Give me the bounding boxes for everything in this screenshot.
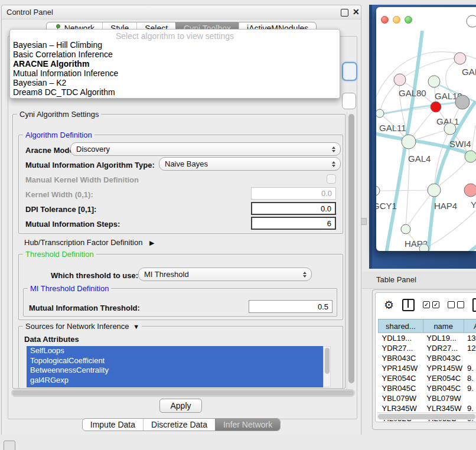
sources-title: Sources for Network Inference ▼ xyxy=(23,322,142,331)
table-row[interactable]: YBR043CYBR043C xyxy=(379,353,476,363)
which-threshold-value: MI Threshold xyxy=(144,270,189,279)
tab-label: Impute Data xyxy=(90,420,135,429)
node-label: GAL4 xyxy=(408,154,431,164)
table-row[interactable]: YER054CYER054C8. xyxy=(379,373,476,383)
table-row[interactable]: YDL19...YDL19...13 xyxy=(379,333,476,344)
node-hap4[interactable] xyxy=(428,184,441,197)
table-row[interactable]: YBR045CYBR045C9. xyxy=(379,383,476,393)
column-header[interactable]: A xyxy=(464,319,476,333)
tab-infer-network[interactable]: Infer Network xyxy=(215,419,280,431)
spinner-arrows-icon xyxy=(332,161,335,167)
table-row[interactable]: YDR27...YDR27...12 xyxy=(379,343,476,353)
node[interactable] xyxy=(467,15,476,27)
manual-kernel-width-label: Manual Kernel Width Definition xyxy=(25,175,139,184)
mi-algorithm-type-select[interactable]: Naive Bayes xyxy=(159,157,341,171)
close-panel-icon[interactable]: ✕ xyxy=(353,7,360,17)
node-gal11[interactable] xyxy=(376,109,384,118)
tab-impute-data[interactable]: Impute Data xyxy=(83,419,143,431)
table-cell xyxy=(464,393,476,403)
node-label: Y xyxy=(471,200,476,210)
which-threshold-select[interactable]: MI Threshold xyxy=(138,268,312,281)
node-y[interactable] xyxy=(464,184,476,197)
spinner-arrows-icon xyxy=(303,272,307,278)
table-cell: YBR043C xyxy=(379,353,423,363)
algorithm-option[interactable]: Mutual Information Inference xyxy=(10,69,340,78)
network-edge[interactable] xyxy=(380,102,462,115)
algorithm-option[interactable]: Bayesian – Hill Climbing xyxy=(10,40,340,50)
attribute-item[interactable]: TopologicalCoefficient xyxy=(27,356,323,366)
table-cell: YDR27... xyxy=(423,343,464,353)
kernel-width-label: Kernel Width (0,1): xyxy=(25,190,93,199)
split-pane-handle[interactable] xyxy=(361,218,367,225)
node-gal80[interactable] xyxy=(394,74,406,86)
mi-steps-field[interactable]: 6 xyxy=(251,217,336,230)
table-horizontal-scrollbar[interactable] xyxy=(377,412,476,420)
select-all-icon[interactable]: ✓✓ xyxy=(423,301,439,308)
network-edge[interactable] xyxy=(456,242,476,251)
scrollbar-thumb[interactable] xyxy=(325,348,330,374)
expanded-arrow-icon[interactable]: ▼ xyxy=(131,323,139,330)
network-graph[interactable]: GALGAL80GAL10GAL1GAL11SWI4GAL4GCY1HAP4YH… xyxy=(376,7,476,251)
attribute-item[interactable]: SelfLoops xyxy=(27,346,323,356)
tab-discretize-data[interactable]: Discretize Data xyxy=(143,419,215,431)
algorithm-option[interactable]: Basic Correlation Inference xyxy=(10,50,340,59)
table-cell: YBR043C xyxy=(423,353,464,363)
table-cell: 12 xyxy=(464,343,476,353)
node[interactable] xyxy=(419,244,429,251)
apply-button[interactable]: Apply xyxy=(159,399,202,413)
node-gal10[interactable] xyxy=(428,76,440,87)
node-hap2[interactable] xyxy=(401,224,410,234)
node-gcy1[interactable] xyxy=(376,186,380,195)
attributes-scrollbar[interactable] xyxy=(323,346,331,387)
hub-definition-expander[interactable]: Hub/Transcription Factor Definition ▶ xyxy=(24,238,154,247)
node-gal4[interactable] xyxy=(402,135,416,149)
algorithm-option[interactable]: Bayesian – K2 xyxy=(10,78,340,87)
node-gal1[interactable] xyxy=(431,102,441,112)
node[interactable] xyxy=(455,95,470,109)
cyni-bottom-tabbar: Impute DataDiscretize DataInfer Network xyxy=(2,418,361,431)
mi-threshold-title: MI Threshold Definition xyxy=(28,284,111,293)
algorithm-option[interactable]: Dream8 DC_TDC Algorithm xyxy=(10,87,340,97)
mi-threshold-field[interactable]: 0.5 xyxy=(249,300,332,313)
manual-kernel-width-checkbox[interactable] xyxy=(327,174,336,184)
data-attributes-list[interactable]: SelfLoopsTopologicalCoefficientBetweenne… xyxy=(27,346,323,387)
table-cell: 13 xyxy=(464,333,476,344)
scrollbar-thumb[interactable] xyxy=(12,390,354,396)
column-header[interactable]: shared... xyxy=(379,319,423,333)
algorithm-option[interactable]: ARACNE Algorithm xyxy=(10,59,340,69)
network-edge[interactable] xyxy=(376,190,434,191)
table-cell: YDR27... xyxy=(379,343,423,353)
network-edge[interactable] xyxy=(400,58,460,80)
document-icon[interactable] xyxy=(472,298,476,312)
attribute-item[interactable]: gal4RGexp xyxy=(27,376,323,386)
dpi-tolerance-field[interactable]: 0.0 xyxy=(251,202,336,215)
node-gal[interactable] xyxy=(454,53,466,64)
gear-icon[interactable]: ⚙ xyxy=(384,299,394,311)
scrollbar-thumb[interactable] xyxy=(348,114,354,383)
settings-vertical-scrollbar[interactable] xyxy=(347,112,356,389)
kernel-width-field[interactable]: 0.0 xyxy=(251,187,336,200)
data-attributes-label: Data Attributes xyxy=(24,335,79,344)
mi-algorithm-type-value: Naive Bayes xyxy=(165,159,208,168)
float-window-icon[interactable] xyxy=(341,9,348,17)
node-table-container: ⚙ ✓✓ shared...nameA YDL19...YDL19...13YD… xyxy=(375,292,476,422)
table-cell: YBL079W xyxy=(379,393,423,403)
scrollbar-thumb[interactable] xyxy=(378,414,475,419)
node-label: GAL80 xyxy=(399,88,426,98)
deselect-all-icon[interactable] xyxy=(448,301,464,308)
node-label: GAL11 xyxy=(379,123,406,133)
table-row[interactable]: YPR145WYPR145W9. xyxy=(379,363,476,373)
settings-horizontal-scrollbar[interactable] xyxy=(11,389,355,397)
node[interactable] xyxy=(465,151,476,162)
node-table: shared...nameA YDL19...YDL19...13YDR27..… xyxy=(378,319,476,422)
minimized-panel-icon[interactable] xyxy=(4,441,15,450)
attribute-item[interactable]: BetweennessCentrality xyxy=(27,366,323,376)
aracne-mode-select[interactable]: Discovery xyxy=(70,142,341,156)
column-header[interactable]: name xyxy=(423,319,464,333)
table-panel-titlebar: Table Panel xyxy=(362,272,476,289)
split-columns-icon[interactable] xyxy=(402,299,415,311)
node-label: GCY1 xyxy=(376,201,397,211)
node-swi4[interactable] xyxy=(444,123,456,135)
table-row[interactable]: YBL079WYBL079W xyxy=(379,393,476,403)
table-header-row[interactable]: shared...nameA xyxy=(379,319,476,333)
